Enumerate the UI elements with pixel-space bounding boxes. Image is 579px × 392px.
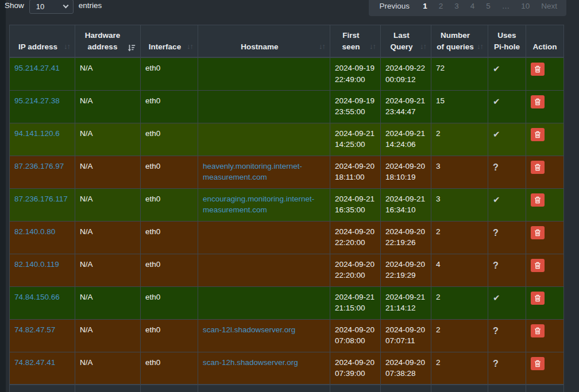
hardware-address: N/A — [80, 64, 93, 72]
trash-icon — [534, 327, 541, 335]
last-query-date: 2024-09-20 — [385, 357, 426, 368]
ip-address-link[interactable]: 87.236.176.97 — [14, 162, 64, 170]
last-query-time: 23:44:47 — [385, 106, 426, 118]
hardware-address: N/A — [80, 195, 93, 203]
query-count: 2 — [436, 227, 441, 236]
delete-button[interactable] — [531, 95, 545, 108]
hardware-address: N/A — [80, 325, 93, 334]
query-count: 2 — [436, 129, 441, 138]
column-label: IP address — [14, 41, 61, 53]
delete-button[interactable] — [531, 259, 545, 272]
page-button-1[interactable]: 1 — [417, 0, 433, 13]
interface: eth0 — [145, 227, 160, 236]
page-button-…[interactable]: … — [496, 0, 516, 13]
page-button-4[interactable]: 4 — [465, 0, 481, 13]
interface: eth0 — [145, 195, 160, 203]
ip-address-link[interactable]: 82.140.0.119 — [14, 260, 59, 269]
ip-address-link[interactable]: 74.82.47.41 — [14, 358, 55, 367]
ip-address-link[interactable]: 95.214.27.38 — [14, 96, 60, 105]
first-seen-time: 22:49:00 — [335, 74, 376, 86]
column-header-uses-pi-hole: Uses Pi-hole — [488, 25, 526, 58]
sort-icon: ↓↑ — [477, 41, 483, 52]
interface: eth0 — [145, 96, 160, 105]
sort-desc-icon — [128, 44, 136, 52]
last-query-time: 14:24:06 — [385, 139, 426, 150]
footer-cell — [381, 385, 431, 392]
first-seen-date: 2024-09-21 — [335, 193, 376, 205]
page-button-10[interactable]: 10 — [515, 0, 535, 13]
interface: eth0 — [145, 325, 160, 334]
hardware-address: N/A — [80, 260, 93, 269]
last-query-time: 00:09:12 — [385, 74, 426, 86]
hostname: scan-12h.shadowserver.org — [203, 358, 298, 367]
column-header-last-query[interactable]: Last Query↓↑ — [381, 25, 431, 58]
ip-address-link[interactable]: 94.141.120.6 — [14, 129, 60, 138]
trash-icon — [534, 360, 541, 367]
column-header-interface[interactable]: Interface↓↑ — [141, 25, 198, 58]
page-button-2[interactable]: 2 — [433, 0, 449, 13]
footer-cell — [75, 385, 141, 392]
next-page-button[interactable]: Next — [535, 0, 563, 13]
hardware-address: N/A — [80, 293, 93, 301]
page-button-3[interactable]: 3 — [449, 0, 465, 13]
first-seen-date: 2024-09-20 — [335, 226, 376, 238]
page-button-5[interactable]: 5 — [480, 0, 496, 13]
column-label: Number of queries — [436, 30, 474, 52]
column-header-hardware-address[interactable]: Hardware address — [75, 25, 141, 58]
column-label: Interface — [145, 41, 184, 53]
column-header-ip-address[interactable]: IP address↓↑ — [10, 25, 75, 58]
footer-cell — [198, 385, 330, 392]
first-seen-date: 2024-09-20 — [335, 161, 376, 172]
delete-button[interactable] — [531, 324, 545, 337]
question-icon: ? — [493, 324, 499, 337]
query-count: 72 — [436, 64, 445, 72]
ip-address-link[interactable]: 95.214.27.41 — [14, 64, 60, 72]
page-length-select[interactable]: 10 — [29, 0, 74, 14]
query-count: 4 — [436, 260, 441, 269]
query-count: 2 — [436, 293, 441, 301]
interface: eth0 — [145, 358, 160, 367]
query-count: 2 — [436, 325, 441, 334]
hardware-address: N/A — [80, 358, 93, 367]
footer-cell — [10, 385, 75, 392]
check-icon: ✔ — [493, 193, 500, 206]
column-label: Hardware address — [80, 30, 125, 52]
check-icon: ✔ — [493, 95, 500, 108]
delete-button[interactable] — [531, 226, 545, 239]
last-query-date: 2024-09-20 — [385, 259, 426, 270]
column-label: Action — [531, 41, 559, 53]
column-label: Hostname — [203, 41, 316, 53]
column-header-action: Action — [526, 25, 564, 58]
ip-address-link[interactable]: 74.84.150.66 — [14, 293, 60, 301]
first-seen-date: 2024-09-21 — [335, 128, 376, 139]
trash-icon — [534, 131, 541, 138]
column-header-number-of-queries[interactable]: Number of queries↓↑ — [431, 25, 488, 58]
column-header-first-seen[interactable]: First seen↓↑ — [330, 25, 381, 58]
hardware-address: N/A — [80, 129, 93, 138]
table-row: 74.84.150.66 N/A eth0 2024-09-21 21:15:0… — [10, 286, 564, 319]
delete-button[interactable] — [531, 63, 545, 76]
column-header-hostname[interactable]: Hostname↓↑ — [198, 25, 330, 58]
query-count: 2 — [436, 358, 441, 367]
table-length-controls: Show 10 entries — [5, 0, 102, 15]
delete-button[interactable] — [531, 193, 545, 207]
ip-address-link[interactable]: 87.236.176.117 — [14, 195, 68, 203]
ip-address-link[interactable]: 74.82.47.57 — [14, 325, 55, 334]
delete-button[interactable] — [531, 161, 545, 174]
interface: eth0 — [145, 162, 160, 170]
column-label: First seen — [335, 30, 367, 52]
first-seen-date: 2024-09-20 — [335, 259, 376, 270]
trash-icon — [534, 65, 541, 73]
delete-button[interactable] — [531, 292, 545, 305]
delete-button[interactable] — [531, 128, 545, 141]
query-count: 15 — [436, 96, 445, 105]
first-seen-time: 07:39:00 — [335, 368, 376, 379]
ip-address-link[interactable]: 82.140.0.80 — [14, 227, 55, 236]
last-query-date: 2024-09-21 — [385, 128, 426, 139]
footer-cell — [330, 385, 381, 392]
first-seen-date: 2024-09-20 — [335, 324, 376, 336]
previous-page-button[interactable]: Previous — [372, 0, 418, 13]
delete-button[interactable] — [531, 357, 545, 370]
check-icon: ✔ — [493, 128, 500, 141]
column-label: Uses Pi-hole — [493, 30, 521, 52]
